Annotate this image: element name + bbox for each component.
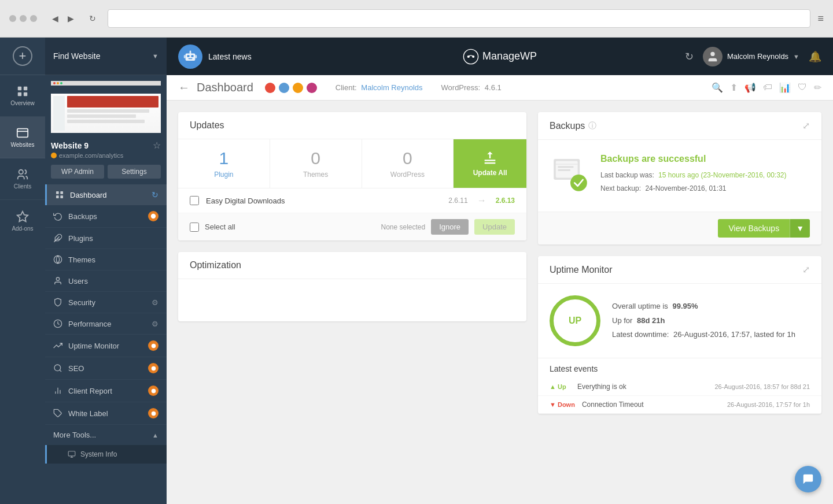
notification-bell[interactable]: 🔔 bbox=[809, 50, 821, 63]
nav-clients[interactable]: Clients bbox=[0, 158, 45, 200]
next-backup-time: 24-November-2016, 01:31 bbox=[645, 184, 726, 192]
sidebar-item-white-label[interactable]: White Label bbox=[45, 402, 167, 425]
toolbar-search-icon[interactable]: 🔍 bbox=[712, 82, 723, 93]
header-refresh-icon[interactable]: ↻ bbox=[685, 50, 694, 63]
dashboard-label: Dashboard bbox=[70, 191, 107, 199]
toolbar-announcement-icon[interactable]: 📢 bbox=[744, 82, 756, 93]
nav-websites[interactable]: Websites bbox=[0, 117, 45, 158]
avatar-icon bbox=[706, 50, 719, 63]
sidebar-item-plugins[interactable]: Plugins bbox=[45, 228, 167, 249]
sidebar-item-dashboard[interactable]: Dashboard ↻ bbox=[45, 184, 167, 205]
security-icon bbox=[53, 298, 62, 307]
toolbar-tag-icon[interactable]: 🏷 bbox=[763, 82, 772, 93]
dashboard-refresh-icon[interactable]: ↻ bbox=[152, 190, 159, 199]
wp-admin-button[interactable]: WP Admin bbox=[51, 165, 104, 179]
backups-info-icon[interactable]: ⓘ bbox=[588, 121, 596, 131]
browser-forward-btn[interactable]: ▶ bbox=[64, 12, 78, 25]
themes-label: Themes bbox=[68, 255, 95, 264]
svg-rect-27 bbox=[68, 451, 75, 456]
back-button[interactable]: ← bbox=[178, 81, 190, 94]
sidebar-item-client-report[interactable]: Client Report bbox=[45, 380, 167, 402]
upfor-value: 88d 21h bbox=[637, 316, 665, 325]
version-from: 2.6.11 bbox=[448, 197, 467, 205]
update-item-name: Easy Digital Downloads bbox=[206, 197, 441, 205]
system-info-icon bbox=[68, 450, 76, 458]
browser-menu-icon[interactable]: ≡ bbox=[817, 13, 824, 25]
view-backups-dropdown[interactable]: ▼ bbox=[790, 219, 810, 238]
sidebar-item-backups[interactable]: Backups bbox=[45, 205, 167, 228]
ignore-button[interactable]: Ignore bbox=[431, 219, 469, 235]
view-backups-button[interactable]: View Backups bbox=[718, 219, 790, 238]
update-all-button[interactable]: Update All bbox=[454, 139, 526, 188]
sidebar-item-uptime[interactable]: Uptime Monitor bbox=[45, 335, 167, 357]
right-panel: Backups ⓘ ⤢ bbox=[538, 112, 821, 414]
site-thumbnail bbox=[51, 81, 161, 133]
event-time-1: 26-August-2016, 17:57 for 1h bbox=[727, 401, 810, 408]
sidebar-item-performance[interactable]: Performance ⚙ bbox=[45, 313, 167, 335]
optimization-header: Optimization bbox=[178, 252, 526, 279]
uptime-card-title: Uptime Monitor bbox=[550, 265, 612, 275]
overall-label: Overall uptime is bbox=[612, 302, 668, 310]
client-name[interactable]: Malcolm Reynolds bbox=[361, 83, 422, 92]
svg-rect-9 bbox=[60, 191, 63, 194]
chat-icon bbox=[802, 473, 814, 486]
svg-rect-36 bbox=[184, 55, 186, 58]
security-gear-icon: ⚙ bbox=[152, 298, 159, 307]
select-all-label[interactable]: Select all bbox=[205, 223, 235, 231]
add-site-button[interactable]: + bbox=[0, 38, 45, 75]
wordpress-stat[interactable]: 0 WordPress bbox=[362, 139, 454, 188]
sidebar-item-seo[interactable]: SEO bbox=[45, 357, 167, 380]
nav-overview[interactable]: Dashboard Overview bbox=[0, 75, 45, 117]
color-dot-pink[interactable] bbox=[307, 83, 317, 93]
browser-back-btn[interactable]: ◀ bbox=[49, 12, 62, 25]
backup-status-icon-area bbox=[550, 154, 591, 198]
backups-expand-icon[interactable]: ⤢ bbox=[802, 120, 810, 131]
update-all-label: Update All bbox=[473, 169, 507, 177]
toolbar-chart-icon[interactable]: 📊 bbox=[779, 82, 791, 93]
uptime-expand-icon[interactable]: ⤢ bbox=[802, 264, 810, 275]
nav-addons[interactable]: Add-ons bbox=[0, 200, 45, 242]
toolbar-shield-icon[interactable]: 🛡 bbox=[798, 82, 807, 93]
sidebar-item-system-info[interactable]: System Info bbox=[45, 445, 167, 464]
more-tools-toggle[interactable]: More Tools... ▲ bbox=[45, 425, 167, 445]
theme-stat[interactable]: 0 Themes bbox=[270, 139, 362, 188]
gear-icon bbox=[150, 213, 156, 219]
user-menu[interactable]: Malcolm Reynolds ▼ bbox=[703, 47, 799, 66]
backup-icon bbox=[550, 154, 591, 195]
header-right: ↻ Malcolm Reynolds ▼ 🔔 bbox=[685, 47, 821, 66]
robot-icon bbox=[182, 49, 198, 65]
color-dot-blue[interactable] bbox=[279, 83, 289, 93]
left-panel: Updates 1 Plugin 0 Themes bbox=[178, 112, 526, 414]
websites-label: Websites bbox=[11, 142, 35, 148]
uptime-upfor: Up for 88d 21h bbox=[612, 314, 795, 328]
toolbar-upload-icon[interactable]: ⬆ bbox=[730, 82, 738, 93]
sidebar-item-themes[interactable]: Themes bbox=[45, 249, 167, 270]
update-item-checkbox[interactable] bbox=[190, 196, 199, 205]
sidebar-item-users[interactable]: Users bbox=[45, 270, 167, 292]
find-website-header[interactable]: Find Website ▼ bbox=[45, 38, 167, 75]
svg-point-6 bbox=[19, 170, 23, 174]
performance-label: Performance bbox=[68, 320, 111, 328]
settings-button[interactable]: Settings bbox=[108, 165, 161, 179]
site-star-icon[interactable]: ☆ bbox=[153, 140, 161, 151]
update-button[interactable]: Update bbox=[474, 219, 515, 235]
color-dot-orange[interactable] bbox=[293, 83, 303, 93]
sidebar-item-security[interactable]: Security ⚙ bbox=[45, 292, 167, 313]
uptime-downtime: Latest downtime: 26-August-2016, 17:57, … bbox=[612, 328, 795, 342]
uptime-circle: UP bbox=[550, 295, 600, 346]
site-name-row: Website 9 ☆ bbox=[51, 140, 161, 151]
plugin-label: Plugin bbox=[187, 171, 260, 179]
toolbar-edit-icon[interactable]: ✏ bbox=[814, 82, 821, 93]
browser-nav[interactable]: ◀ ▶ bbox=[49, 12, 78, 25]
downtime-value: 26-August-2016, 17:57, lasted for 1h bbox=[673, 330, 795, 339]
browser-dots bbox=[9, 15, 37, 22]
select-all-checkbox[interactable] bbox=[190, 223, 199, 232]
chat-button[interactable] bbox=[795, 466, 821, 492]
color-dot-red[interactable] bbox=[265, 83, 275, 93]
client-report-label: Client Report bbox=[68, 387, 112, 395]
browser-address-bar[interactable] bbox=[108, 9, 810, 28]
browser-refresh-btn[interactable]: ↻ bbox=[84, 12, 101, 25]
report-icon bbox=[53, 386, 62, 395]
plugin-stat[interactable]: 1 Plugin bbox=[178, 139, 270, 188]
latest-news-area[interactable]: Latest news bbox=[178, 45, 252, 69]
